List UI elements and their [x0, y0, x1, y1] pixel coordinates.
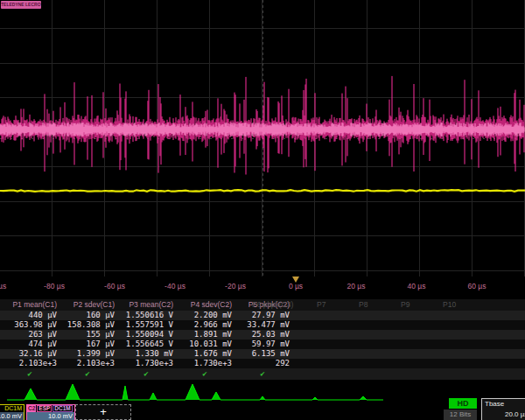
measure-header-inactive[interactable]: P7	[317, 299, 326, 311]
time-axis-label: 60 µs	[468, 282, 486, 290]
measure-status-check-icon: ✔	[235, 368, 290, 380]
measure-cell: 263 µV	[3, 330, 57, 340]
measure-cell: 2.103e+3	[3, 359, 57, 368]
measure-cell: 167 µV	[60, 340, 115, 349]
c2-noise-trace-core	[0, 122, 524, 136]
measure-cell: 474 µV	[3, 340, 57, 349]
measure-cell: 2.200 mV	[178, 311, 232, 320]
measure-header[interactable]: P4 sdev(C2)	[178, 299, 232, 311]
c1-vdiv-value: 10.0 mV	[0, 412, 24, 420]
measure-cell: 27.97 mV	[235, 311, 290, 320]
measure-status-check-icon: ✔	[3, 368, 57, 380]
measure-cell: 1.399 µV	[60, 349, 115, 359]
measure-header[interactable]: P3 mean(C2)	[119, 299, 173, 311]
hd-mode-badge[interactable]: HD	[449, 398, 477, 409]
c2-vdiv-value: 10.0 mV	[27, 412, 74, 420]
measure-cell: 158.308 µV	[60, 320, 115, 330]
resolution-bits-label: 12 Bits	[444, 410, 477, 420]
measure-cell: 363.98 µV	[3, 320, 57, 330]
c2-processing-chip: ESP	[37, 405, 52, 412]
measure-cell: 1.556645 V	[119, 340, 173, 349]
time-axis: -100 µs-80 µs-60 µs-40 µs-20 µs0 µs20 µs…	[0, 276, 525, 299]
timebase-descriptor[interactable]: Tbase 20.0 µs	[481, 398, 525, 420]
measure-cell: 10.031 mV	[178, 340, 232, 349]
histogram-path	[7, 384, 383, 400]
add-new-trace-button[interactable]: +	[75, 404, 131, 420]
measure-cell: 1.557591 V	[119, 320, 173, 330]
logo-badge: TELEDYNE LECROY	[1, 1, 41, 9]
time-axis-label: -20 µs	[225, 282, 246, 290]
measure-cell: 32.16 µV	[3, 349, 57, 359]
time-axis-label: -60 µs	[104, 282, 125, 290]
channel-c2-descriptor[interactable]: C2 ESP DC1M 10.0 mV	[26, 404, 75, 420]
measure-column-5: P5 pkpk(C2)27.97 mV33.477 mV25.03 mV59.9…	[235, 299, 290, 380]
measure-cell: 1.550616 V	[119, 311, 173, 320]
oscilloscope-screen: TELEDYNE LECROY -100 µs-80 µs-60 µs-40 µ…	[0, 0, 525, 420]
measure-cell: 1.676 mV	[178, 349, 232, 359]
measure-cell: 440 µV	[3, 311, 57, 320]
measure-cell: 33.477 mV	[235, 320, 290, 330]
measure-header[interactable]: P2 sdev(C1)	[60, 299, 115, 311]
c2-coupling-chip: DC1M	[52, 405, 72, 412]
measurement-trend-trace	[0, 381, 525, 404]
measure-cell: 160 µV	[60, 311, 115, 320]
measure-header-inactive[interactable]: P9	[401, 299, 410, 311]
time-axis-label: -100 µs	[0, 282, 6, 290]
c1-flat-trace	[0, 190, 525, 192]
measure-header-inactive[interactable]: P8	[359, 299, 368, 311]
time-axis-label: -40 µs	[164, 282, 186, 290]
measure-cell: 292	[235, 359, 290, 368]
time-axis-label: -80 µs	[44, 282, 65, 290]
measure-column-4: P4 sdev(C2)2.200 mV2.966 mV1.891 mV10.03…	[178, 299, 232, 380]
timebase-label: Tbase	[482, 399, 525, 410]
measure-column-2: P2 sdev(C1)160 µV158.308 µV155 µV167 µV1…	[60, 299, 115, 380]
time-axis-label: 20 µs	[347, 282, 366, 290]
measure-cell: 155 µV	[60, 330, 115, 340]
time-axis-label: 0 µs	[289, 282, 303, 290]
measure-cell: 2.103e+3	[60, 359, 115, 368]
measure-header-inactive[interactable]: P10	[443, 299, 456, 311]
measurement-table: P1 mean(C1)440 µV363.98 µV263 µV474 µV32…	[0, 299, 525, 381]
measure-status-check-icon: ✔	[119, 368, 173, 380]
measure-cell: 1.730e+3	[119, 359, 173, 368]
channel-c1-descriptor[interactable]: DC1M 10.0 mV	[0, 404, 24, 420]
measure-cell: 59.97 mV	[235, 340, 290, 349]
descriptor-bar: DC1M 10.0 mV C2 ESP DC1M 10.0 mV + HD 12…	[0, 404, 525, 420]
measure-header[interactable]: P1 mean(C1)	[3, 299, 57, 311]
measure-cell: 25.03 mV	[235, 330, 290, 340]
measure-cell: 1.550094 V	[119, 330, 173, 340]
timebase-value: 20.0 µs	[482, 410, 525, 420]
measure-column-3: P3 mean(C2)1.550616 V1.557591 V1.550094 …	[119, 299, 173, 380]
measure-column-1: P1 mean(C1)440 µV363.98 µV263 µV474 µV32…	[3, 299, 57, 380]
waveform-canvas	[0, 0, 525, 276]
c2-label-chip: C2	[27, 405, 36, 412]
measure-cell: 2.966 mV	[178, 320, 232, 330]
measure-status-check-icon: ✔	[178, 368, 232, 380]
time-axis-label: 40 µs	[408, 282, 426, 290]
measure-cell: 1.330 mV	[119, 349, 173, 359]
measure-cell: 6.135 mV	[235, 349, 290, 359]
graticule	[0, 0, 525, 276]
measure-header-inactive[interactable]: P6 pkpk(C3)	[252, 299, 293, 311]
measure-cell: 1.730e+3	[178, 359, 232, 368]
measure-cell: 1.891 mV	[178, 330, 232, 340]
c1-coupling-label: DC1M	[4, 405, 22, 412]
measure-status-check-icon: ✔	[60, 368, 115, 380]
